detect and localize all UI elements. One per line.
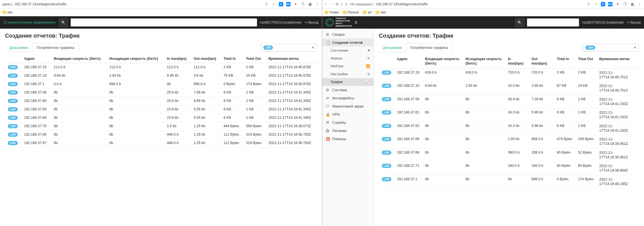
cell: 956.0 b — [529, 135, 554, 149]
col-header[interactable]: In max(bps) — [505, 54, 529, 68]
logout-link[interactable]: ↪ Выход — [627, 20, 641, 24]
col-header[interactable]: Total Out — [575, 54, 597, 68]
menu-icon[interactable]: ⋮ — [637, 2, 642, 6]
logout-link[interactable]: ↪ Выход — [305, 20, 319, 24]
sidebar-item-сводка[interactable]: ⊞Сводка — [322, 30, 374, 38]
url-bar[interactable]: 192.168.37.14/ui/diagnostics/traffic — [15, 2, 262, 6]
table-row[interactable]: LAN192.168.37.660b0b360.0 b208.0 b90 Byt… — [379, 148, 639, 162]
table-row[interactable]: LAN192.168.37.640b0b23.9 kb5.55 kb6 KB1 … — [5, 114, 317, 122]
col-header[interactable]: Входящая скорость (бит/с) — [51, 54, 107, 63]
tab-consumers[interactable]: Потребители трафика — [406, 43, 452, 52]
table-row[interactable]: LAN192.168.37.610b0b24.3 kb5.96 kb6 KB1 … — [379, 108, 639, 122]
star-icon[interactable]: ☆ — [594, 2, 598, 6]
extension-new-icon[interactable]: New — [286, 2, 291, 6]
bookmark-art[interactable]: art — [363, 10, 372, 14]
cell: 0b — [107, 139, 164, 147]
user-label[interactable]: root@2TING18.localdomain — [582, 20, 624, 24]
tab-consumers[interactable]: Потребители трафика — [33, 43, 79, 52]
col-header[interactable]: Входящая скорость (бит/с) — [422, 54, 463, 68]
search-input[interactable] — [527, 18, 579, 27]
sidebar-item-netflow[interactable]: NetFlow📶 — [322, 62, 374, 70]
table-row[interactable]: LAN192.168.37.710b0b240.0 b240.0 b60 Byt… — [379, 162, 639, 175]
sidebar-item-службы[interactable]: ⚒Службы — [322, 118, 374, 127]
table-row[interactable]: LAN192.168.37.700b0b1.5 kb1.25 kb444 Byt… — [5, 122, 317, 131]
col-header[interactable] — [379, 54, 394, 68]
col-header[interactable]: Временная метка — [596, 54, 639, 68]
search-button[interactable]: 🔍 — [59, 18, 68, 27]
sidebar-item-трафик[interactable]: Трафик📈 — [322, 78, 374, 86]
extension-new-icon[interactable]: New — [608, 2, 613, 6]
table-row[interactable]: LAN192.168.37.670b0b448.0 b1.25 kb112 By… — [5, 139, 317, 147]
puzzle-icon[interactable]: ✦ — [615, 2, 620, 6]
col-header[interactable]: Временная метка — [266, 54, 317, 63]
col-header[interactable]: Total In — [221, 54, 243, 63]
unread-notifications[interactable]: 25 непрочитанные уведомления — [3, 20, 56, 24]
window-icon[interactable]: ❐ — [623, 2, 627, 6]
share-icon[interactable]: ⇪ — [264, 2, 269, 6]
share-icon[interactable]: ⇪ — [586, 2, 591, 6]
col-header[interactable]: Исходящая скорость (бит/с) — [107, 54, 164, 63]
cell: 0b — [107, 97, 164, 105]
sidebar-item-питание[interactable]: ⏻Питание — [322, 127, 374, 135]
url-bar[interactable]: 192.168.37.18/ui/diagnostics/traffic — [376, 2, 584, 6]
col-header[interactable]: Адрес — [21, 54, 51, 63]
table-row[interactable]: LAN192.168.37.620b0b24.3 kb5.96 kb6 KB1 … — [379, 122, 639, 135]
sidebar-item-vpn[interactable]: 🔒VPN — [322, 110, 374, 118]
table-row[interactable]: LAN192.168.37.19112.0 b112.0 b112.0 b112… — [5, 63, 317, 72]
col-header[interactable]: Total Out — [243, 54, 266, 63]
bookmark-raznoe[interactable]: Разное — [343, 10, 359, 14]
sidebar-item-настройки[interactable]: Настройки⚙ — [322, 70, 374, 78]
tab-diagram[interactable]: Диаграмма — [379, 43, 406, 52]
forward-icon[interactable]: → — [330, 2, 334, 6]
sidebar-item-интерфейсы[interactable]: ⇄Интерфейсы — [322, 94, 374, 102]
extension-v-icon[interactable]: V — [279, 2, 283, 6]
extension-v-icon[interactable]: V — [601, 2, 605, 6]
col-header[interactable]: Out max(bps) — [529, 54, 554, 68]
sidebar-item-состояние[interactable]: Состояние❤ — [322, 47, 374, 54]
table-row[interactable]: LAN192.168.37.19416.0 b416.0 b720.0 b720… — [379, 68, 639, 82]
col-header[interactable]: Адрес — [394, 54, 422, 68]
table-row[interactable]: LAN192.168.37.630b0b23.9 kb5.55 kb6 KB1 … — [5, 105, 317, 114]
sidebar-item-помощь[interactable]: 🛟Помощь — [322, 135, 374, 143]
cell: 192.168.37.63 — [21, 105, 51, 114]
table-row[interactable]: LAN192.168.37.600b0b25.6 kb6.69 kb6 KB2 … — [5, 97, 317, 105]
reload-icon[interactable]: ⟳ — [336, 2, 339, 6]
window-icon[interactable]: ❐ — [301, 2, 305, 6]
table-row[interactable]: LAN192.168.37.580b0b25.8 kb7.06 kb6 KB2 … — [5, 88, 317, 97]
col-header[interactable]: Total In — [554, 54, 575, 68]
search-button[interactable]: 🔍 — [515, 18, 524, 27]
table-row[interactable]: LAN192.168.37.590b0b26.4 kb7.26 kb6 KB2 … — [379, 95, 639, 108]
table-row[interactable]: LAN192.168.37.650b0b448.0 b1.25 kb112 By… — [5, 131, 317, 139]
bookmark-chtivo[interactable]: Чтиво — [325, 10, 339, 14]
bookmark-dev[interactable]: dev — [376, 10, 386, 14]
col-header[interactable]: In max(bps) — [164, 54, 191, 63]
bookmark-dev[interactable]: dev — [2, 10, 13, 14]
table-row[interactable]: LAN192.168.37.10.0 b696.0 b0b696.0 b0 By… — [5, 80, 317, 88]
col-header[interactable]: Исходящая скорость (бит/с) — [463, 54, 505, 68]
sidebar-item-система[interactable]: ⚙Система — [322, 86, 374, 94]
sidebar-item-создание-отчетов[interactable]: 📋Создание отчетов — [322, 38, 374, 47]
menu-icon[interactable]: ⋮ — [315, 2, 320, 6]
col-header[interactable]: Out max(bps) — [191, 54, 221, 63]
grid-icon[interactable]: ▦ — [630, 2, 634, 6]
sidebar-item-анализ[interactable]: Анализ👁 — [322, 54, 374, 62]
home-icon[interactable]: ⌂ — [341, 2, 343, 6]
table-row[interactable]: LAN192.168.37.109.64 kb2.93 kb9.85 kb3.6… — [5, 72, 317, 80]
tab-diagram[interactable]: Диаграмма — [5, 43, 33, 52]
logo[interactable]: TRAFFIC INSPECTOR NEXT GENERATION — [326, 17, 352, 27]
table-row[interactable]: LAN192.168.37.10b0b0b696.0 b0 Bytes174 B… — [379, 175, 639, 188]
back-icon[interactable]: ← — [325, 2, 328, 6]
col-header[interactable] — [5, 54, 21, 63]
search-input[interactable] — [71, 18, 257, 27]
cell: 3.56 kb — [529, 82, 554, 95]
table-row[interactable]: LAN192.168.37.690b0b1.85 kb956.0 b474 By… — [379, 135, 639, 149]
star-icon[interactable]: ☆ — [272, 2, 276, 6]
hamburger-icon[interactable]: ≡ — [355, 20, 358, 26]
interface-dropdown[interactable]: LAN ▼ — [261, 44, 317, 52]
sidebar-item-межсетевой-экран[interactable]: 🛡Межсетевой экран — [322, 102, 374, 110]
puzzle-icon[interactable]: ✦ — [293, 2, 298, 6]
grid-icon[interactable]: ▦ — [308, 2, 312, 6]
user-label[interactable]: root@1TING14.localdomain — [260, 20, 302, 24]
table-row[interactable]: LAN192.168.37.109.64 kb2.93 kb10.0 kb3.5… — [379, 82, 639, 95]
interface-dropdown[interactable]: LAN ▼ — [583, 44, 639, 52]
